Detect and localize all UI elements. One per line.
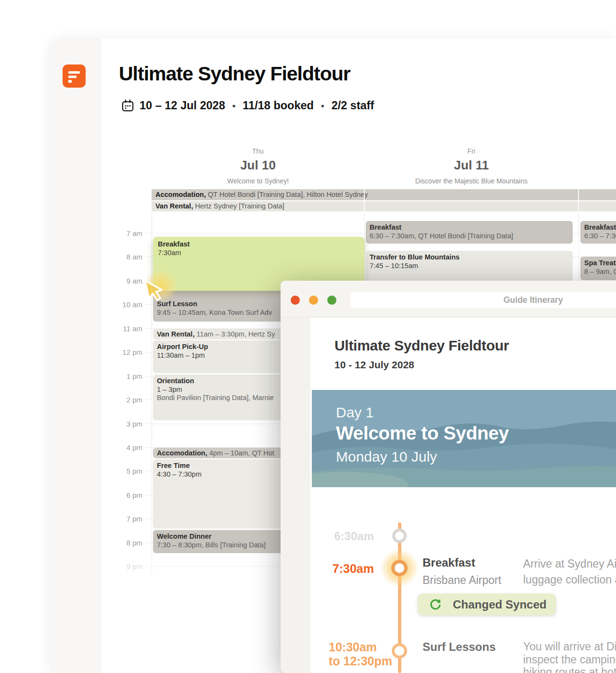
time-label: 1 pm (101, 372, 142, 380)
time-label: 8 am (101, 253, 142, 261)
event-detail: 4pm – 10am, QT Hot (209, 449, 274, 457)
hero-title: Welcome to Sydney (336, 423, 509, 444)
event-time: 7:30am (158, 249, 359, 258)
time-label: 5 pm (101, 467, 142, 475)
event-detail: Hertz Sydney [Training Data] (195, 202, 284, 210)
event-title: Transfer to Blue Mountains (370, 253, 569, 262)
event-detail: QT Hotel Bondi [Training Data], Hilton H… (208, 191, 368, 198)
timeline-time-past: 6:30am (309, 530, 374, 543)
timeline-event-title: Surf Lessons (423, 640, 496, 654)
trip-meta: 10 – 12 Jul 2028 • 11/18 booked • 2/2 st… (121, 99, 374, 112)
hero-day-label: Day 1 (336, 404, 373, 421)
time-label: 2 pm (101, 396, 142, 404)
day-header-thu: Thu Jul 10 Welcome to Sydney! (152, 147, 364, 185)
time-label: 7 pm (101, 515, 142, 523)
column-divider (364, 189, 365, 211)
sync-refresh-icon (429, 598, 442, 611)
day-subtitle: Discover the Majestic Blue Mountains (364, 177, 578, 185)
calendar-bottom-fade (101, 554, 281, 599)
desc-line: Arrive at Sydney Airp (523, 556, 616, 572)
time-label: 3 pm (101, 420, 142, 428)
time-label: 6 pm (101, 491, 142, 499)
time-line: to 12:30pm (329, 654, 392, 668)
staff-count: 2/2 staff (332, 99, 374, 112)
itinerary-document (310, 318, 616, 673)
column-divider (578, 189, 579, 211)
event-label: Accomodation, (155, 191, 206, 198)
event-detail: 7:45 – 10:15am (370, 262, 569, 271)
hero-date: Monday 10 July (336, 449, 437, 465)
timeline-time-current: 7:30am (309, 562, 374, 576)
date-range: 10 – 12 Jul 2028 (140, 99, 225, 112)
event-title: Spa Treatm (584, 259, 616, 268)
itinerary-dates: 10 - 12 July 2028 (334, 359, 414, 371)
document-lines-icon (63, 65, 86, 88)
timeline-event-description: You will arrive at Din inspect the campi… (523, 640, 616, 673)
timeline-time-next: 10:30am to 12:30pm (329, 640, 392, 668)
event-detail: 6:30 – 7:30am, QT Hotel Bondi [Training … (370, 232, 569, 241)
timeline-node-past (392, 529, 407, 543)
event-detail: 6:30 – 7:30 (584, 232, 616, 241)
guide-itinerary-window: Guide Itinerary Ultimate Sydney Fieldtou… (281, 281, 616, 673)
bullet: • (321, 101, 324, 111)
event-breakfast-fri[interactable]: Breakfast 6:30 – 7:30am, QT Hotel Bondi … (366, 221, 573, 244)
event-title: Breakfast (158, 240, 359, 249)
day-of-week: Thu (152, 147, 364, 155)
timeline-event-title: Breakfast (423, 556, 475, 569)
desc-line: inspect the camping (523, 653, 616, 666)
time-line: 10:30am (329, 640, 392, 654)
day-header-fri: Fri Jul 11 Discover the Majestic Blue Mo… (364, 147, 578, 185)
day-subtitle: Welcome to Sydney! (152, 177, 364, 185)
timeline-event-description: Arrive at Sydney Airp luggage collection… (523, 556, 616, 588)
time-label: 12 pm (101, 348, 142, 356)
grid-vline (152, 212, 152, 577)
time-label: 7 am (101, 229, 142, 237)
itinerary-app-icon[interactable] (63, 65, 86, 88)
booked-count: 11/18 booked (243, 99, 314, 112)
event-detail: 11am – 3:30pm, Hertz Sy (196, 330, 275, 338)
time-label: 10 am (101, 300, 142, 309)
event-label: Van Rental, (155, 202, 193, 210)
minimize-button[interactable] (309, 296, 318, 305)
event-title: Breakfast (584, 223, 616, 232)
badge-label: Changed Synced (453, 598, 547, 611)
timeline-node-current (391, 560, 408, 576)
time-label: 11 am (101, 324, 142, 333)
screen: Ultimate Sydney Fieldtour 10 – 12 Jul 20… (0, 0, 616, 673)
bullet: • (232, 101, 236, 111)
zoom-button[interactable] (327, 296, 336, 305)
timeline-event-location: Brisbane Airport (423, 574, 501, 587)
day1-hero-image: Day 1 Welcome to Sydney Monday 10 July (312, 390, 616, 487)
window-title-field[interactable]: Guide Itinerary (350, 292, 616, 308)
event-breakfast-sat[interactable]: Breakfast 6:30 – 7:30 (580, 221, 616, 244)
window-title: Guide Itinerary (503, 295, 563, 305)
event-detail: 8 – 9am, Q (584, 268, 616, 276)
event-spa-treatment[interactable]: Spa Treatm 8 – 9am, Q (580, 257, 616, 280)
event-label: Van Rental, (157, 330, 194, 338)
left-sidebar (51, 39, 101, 673)
allday-van-rental[interactable]: Van Rental, Hertz Sydney [Training Data] (152, 201, 616, 211)
calendar-icon (121, 99, 134, 112)
desc-line: luggage collection an (523, 572, 616, 588)
timeline-node-next (392, 643, 407, 659)
day-date: Jul 11 (364, 158, 578, 173)
time-label: 8 pm (101, 539, 142, 547)
itinerary-title: Ultimate Sydney Fieldtour (334, 337, 509, 354)
time-label: 9 am (101, 277, 142, 285)
close-button[interactable] (291, 296, 300, 305)
desc-line: You will arrive at Din (523, 640, 616, 653)
day-date: Jul 10 (152, 158, 364, 173)
desc-line: hiking routes at both (523, 666, 616, 673)
day-of-week: Fri (364, 147, 578, 155)
event-title: Breakfast (370, 223, 569, 232)
time-label: 4 pm (101, 443, 142, 452)
allday-accomodation[interactable]: Accomodation, QT Hotel Bondi [Training D… (152, 189, 616, 200)
event-label: Accomodation, (157, 449, 207, 457)
changed-synced-badge[interactable]: Changed Synced (418, 594, 556, 615)
page-title: Ultimate Sydney Fieldtour (119, 63, 350, 85)
